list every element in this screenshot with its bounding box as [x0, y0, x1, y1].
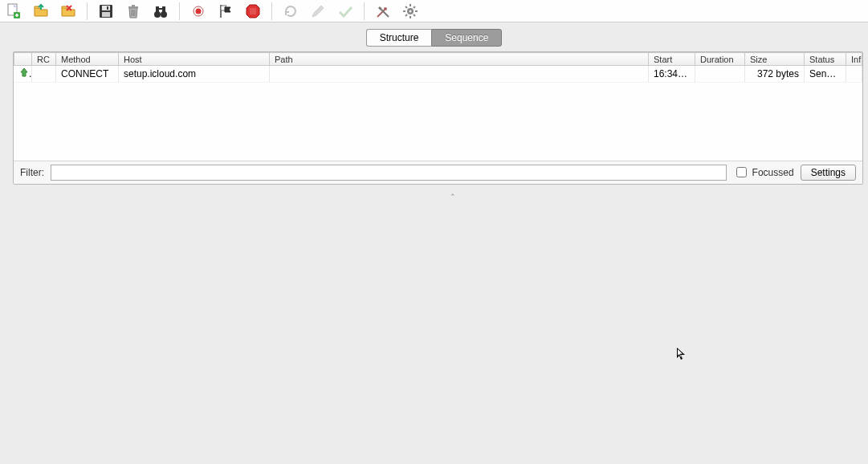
request-panel: RC Method Host Path Start Duration Size …	[13, 51, 863, 185]
table-row[interactable]: CONNECT setup.icloud.com 16:34:22 372 by…	[14, 66, 862, 82]
col-info[interactable]: Inf	[846, 53, 862, 66]
svg-rect-6	[107, 6, 108, 10]
svg-rect-8	[132, 5, 135, 6]
cell-rc	[32, 66, 56, 82]
table-header-row: RC Method Host Path Start Duration Size …	[14, 53, 862, 66]
col-method[interactable]: Method	[56, 53, 119, 66]
toolbar-separator	[179, 2, 180, 20]
col-size[interactable]: Size	[745, 53, 805, 66]
svg-point-10	[161, 11, 167, 18]
toolbar-separator	[271, 2, 272, 20]
new-file-icon[interactable]	[5, 2, 22, 20]
stop-icon[interactable]	[244, 2, 262, 20]
toolbar	[0, 0, 868, 22]
view-tabs: Structure Sequence	[0, 22, 868, 50]
record-icon[interactable]	[189, 2, 207, 20]
cell-path	[270, 66, 649, 82]
cell-duration	[695, 66, 745, 82]
col-duration[interactable]: Duration	[695, 53, 745, 66]
focussed-checkbox-input[interactable]	[736, 167, 747, 177]
focussed-label: Focussed	[752, 167, 794, 178]
cell-method: CONNECT	[56, 66, 119, 82]
edit-icon[interactable]	[309, 2, 327, 20]
request-table: RC Method Host Path Start Duration Size …	[14, 52, 862, 161]
svg-point-20	[410, 10, 412, 12]
svg-rect-7	[128, 6, 138, 8]
cell-host: setup.icloud.com	[119, 66, 270, 82]
close-folder-icon[interactable]	[59, 2, 77, 20]
tab-structure[interactable]: Structure	[366, 29, 432, 47]
svg-point-9	[154, 11, 161, 18]
toolbar-separator	[87, 2, 88, 20]
tools-icon[interactable]	[374, 2, 392, 20]
refresh-icon[interactable]	[282, 2, 300, 20]
toolbar-separator	[364, 2, 365, 20]
check-icon[interactable]	[336, 2, 354, 20]
col-start[interactable]: Start	[649, 53, 695, 66]
svg-rect-13	[159, 8, 162, 10]
gear-icon[interactable]	[401, 2, 419, 20]
svg-rect-12	[162, 6, 165, 12]
cell-info	[846, 66, 862, 82]
col-status[interactable]: Status	[805, 53, 846, 66]
svg-point-15	[196, 8, 202, 14]
cell-status: Sendin...	[805, 66, 846, 82]
col-rc[interactable]: RC	[32, 53, 56, 66]
tab-sequence[interactable]: Sequence	[431, 29, 502, 47]
col-path[interactable]: Path	[270, 53, 649, 66]
trash-icon[interactable]	[124, 2, 142, 20]
col-host[interactable]: Host	[119, 53, 270, 66]
focussed-checkbox[interactable]: Focussed	[733, 165, 794, 180]
table-empty-area[interactable]	[14, 82, 862, 161]
svg-rect-5	[102, 12, 110, 17]
settings-button[interactable]: Settings	[801, 165, 856, 181]
cell-start: 16:34:22	[649, 66, 695, 82]
binoculars-icon[interactable]	[152, 2, 169, 20]
col-icon[interactable]	[14, 53, 32, 66]
flag-icon[interactable]	[217, 2, 234, 20]
splitter-handle-icon[interactable]: ⌃	[450, 193, 456, 201]
cell-size: 372 bytes	[745, 66, 805, 82]
filter-bar: Filter: Focussed Settings	[14, 161, 862, 184]
filter-input[interactable]	[51, 165, 727, 181]
svg-point-18	[384, 7, 387, 10]
row-direction-icon	[14, 66, 32, 82]
svg-rect-17	[250, 8, 256, 14]
svg-rect-4	[102, 6, 110, 10]
filter-label: Filter:	[20, 167, 44, 178]
open-folder-icon[interactable]	[32, 2, 50, 20]
mouse-cursor-icon	[677, 348, 687, 362]
save-icon[interactable]	[97, 2, 115, 20]
svg-rect-11	[156, 6, 159, 12]
